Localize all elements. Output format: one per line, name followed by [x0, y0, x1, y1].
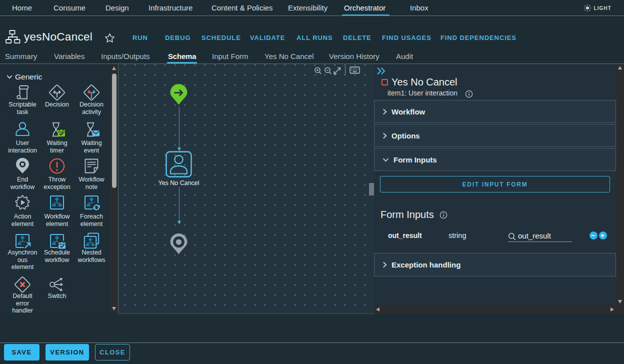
input-underline — [508, 242, 572, 242]
save-button[interactable]: SAVE — [4, 344, 40, 360]
palette-section-generic[interactable]: Generic — [6, 72, 42, 82]
palette-item-throw-exception[interactable] — [40, 157, 74, 175]
panel-title: Yes No Cancel — [392, 76, 458, 88]
palette-item-waiting-event[interactable] — [74, 120, 109, 138]
scroll-down-arrow[interactable] — [112, 307, 116, 310]
theme-toggle[interactable]: LIGHT — [584, 0, 612, 16]
nav-item-home[interactable]: Home — [12, 0, 32, 16]
palette-item-action-element[interactable] — [6, 194, 40, 212]
palette-item-decision-activity[interactable] — [74, 84, 109, 102]
user-interaction-icon — [14, 120, 32, 138]
tab-schema[interactable]: Schema — [168, 52, 196, 60]
nav-item-inbox[interactable]: Inbox — [410, 0, 428, 16]
action-find-usages[interactable]: FIND USAGES — [382, 34, 432, 42]
waiting-event-icon — [82, 120, 100, 138]
accordion-exception-handling[interactable]: Exception handling — [374, 253, 616, 276]
end-workflow-icon — [14, 157, 32, 175]
palette-item-switch[interactable] — [40, 276, 74, 294]
info-circle-icon[interactable] — [440, 211, 448, 219]
palette-item-default-error-handler[interactable] — [6, 276, 40, 294]
version-button[interactable]: VERSION — [46, 344, 89, 360]
palette-item-user-interaction[interactable] — [6, 120, 40, 138]
workflow-element-icon — [48, 194, 66, 212]
accordion-workflow[interactable]: Workflow — [374, 100, 616, 123]
element-palette: Generic Scriptable task Decision Decisio… — [0, 64, 118, 314]
palette-item-nested-workflows[interactable] — [74, 232, 109, 250]
double-chevron-right-icon[interactable] — [376, 67, 386, 75]
palette-item-schedule-workflow[interactable] — [40, 232, 74, 250]
scroll-down-arrow[interactable] — [618, 300, 622, 304]
palette-item-waiting-timer[interactable] — [40, 120, 74, 138]
palette-item-decision[interactable] — [40, 84, 74, 102]
palette-item-label: Nested workflows — [74, 249, 109, 264]
end-node[interactable] — [170, 234, 188, 254]
action-run[interactable]: RUN — [132, 34, 148, 42]
chevron-down-icon — [382, 158, 389, 162]
close-button[interactable]: CLOSE — [95, 344, 130, 360]
star-icon[interactable] — [104, 33, 115, 43]
node-label: Yes No Cancel — [138, 180, 219, 186]
add-row-button[interactable] — [599, 232, 607, 240]
canvas-scrollbar-thumb[interactable] — [369, 183, 374, 196]
action-all-runs[interactable]: ALL RUNS — [296, 34, 333, 42]
action-delete[interactable]: DELETE — [343, 34, 372, 42]
tab-input-form[interactable]: Input Form — [212, 52, 248, 60]
decision-activity-icon — [82, 84, 100, 102]
org-chart-icon — [6, 30, 20, 44]
palette-item-label: Workflow note — [74, 176, 109, 190]
accordion-label: Exception handling — [392, 260, 460, 269]
remove-row-button[interactable] — [590, 232, 598, 240]
scroll-right-arrow[interactable] — [610, 308, 614, 312]
element-color-swatch — [382, 79, 388, 86]
palette-scrollbar-thumb[interactable] — [112, 74, 116, 188]
nav-item-consume[interactable]: Consume — [54, 0, 86, 16]
tab-summary[interactable]: Summary — [5, 52, 37, 60]
action-find-dependencies[interactable]: FIND DEPENDENCIES — [440, 34, 516, 42]
tab-inputs-outputs[interactable]: Inputs/Outputs — [101, 52, 150, 60]
action-element-icon — [14, 194, 32, 212]
connector-start-to-node — [178, 107, 181, 152]
palette-item-label: Foreach element — [74, 213, 109, 228]
palette-item-asynchronous-element[interactable] — [6, 232, 40, 250]
waiting-timer-icon — [48, 120, 66, 138]
action-debug[interactable]: DEBUG — [165, 34, 190, 42]
palette-item-foreach-element[interactable] — [74, 194, 109, 212]
nav-item-extensibility[interactable]: Extensibility — [288, 0, 328, 16]
nav-item-orchestrator[interactable]: Orchestrator — [344, 0, 386, 16]
nav-item-infrastructure[interactable]: Infrastructure — [148, 0, 192, 16]
tab-version-history[interactable]: Version History — [329, 52, 380, 60]
workflow-node-yes-no-cancel[interactable] — [166, 152, 192, 177]
info-circle-icon[interactable] — [465, 90, 473, 98]
panel-horizontal-scrollbar[interactable] — [374, 306, 616, 314]
start-node[interactable] — [170, 84, 188, 105]
default-error-handler-icon — [14, 276, 32, 294]
scroll-up-arrow[interactable] — [618, 66, 622, 70]
panel-vertical-scrollbar[interactable] — [616, 64, 624, 306]
nav-item-design[interactable]: Design — [106, 0, 129, 16]
user-icon — [170, 156, 187, 174]
tab-variables[interactable]: Variables — [54, 52, 84, 60]
chevron-right-icon — [382, 132, 387, 139]
accordion-options[interactable]: Options — [374, 124, 616, 147]
accordion-form-inputs[interactable]: Form Inputs — [374, 148, 616, 171]
schema-canvas[interactable]: Yes No Cancel — [118, 64, 374, 314]
palette-item-workflow-note[interactable] — [74, 157, 109, 175]
action-schedule[interactable]: SCHEDULE — [202, 34, 241, 42]
palette-item-scriptable-task[interactable] — [6, 84, 40, 102]
chevron-down-icon — [6, 75, 12, 79]
palette-item-workflow-element[interactable] — [40, 194, 74, 212]
top-nav: Home Consume Design Infrastructure Conte… — [0, 0, 624, 16]
action-validate[interactable]: VALIDATE — [250, 34, 285, 42]
page-title: yesNoCancel — [24, 30, 92, 44]
workflow-header: yesNoCancel RUN DEBUG SCHEDULE VALIDATE … — [0, 16, 624, 64]
nav-item-content-policies[interactable]: Content & Policies — [212, 0, 273, 16]
search-icon — [508, 232, 516, 241]
palette-item-end-workflow[interactable] — [6, 157, 40, 175]
palette-item-label: Decision activity — [74, 101, 109, 116]
scroll-left-arrow[interactable] — [376, 308, 380, 312]
tab-audit[interactable]: Audit — [396, 52, 413, 60]
tab-yes-no-cancel[interactable]: Yes No Cancel — [264, 52, 314, 60]
edit-input-form-button[interactable]: EDIT INPUT FORM — [380, 176, 610, 192]
scroll-up-arrow[interactable] — [112, 66, 116, 70]
form-row-value-input[interactable]: out_result — [518, 232, 551, 240]
